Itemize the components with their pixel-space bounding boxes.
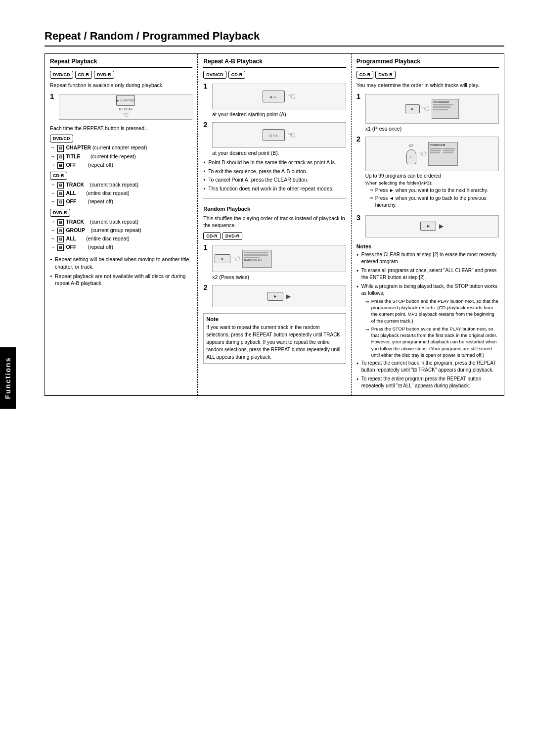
col3-intro: You may determine the order in which tra… — [356, 82, 499, 89]
col3-note2: To erase all programs at once, select "A… — [356, 267, 499, 281]
col2-random-step1-num: 1 — [203, 243, 211, 251]
col1-cdr-group: CD-R → ⊟ TRACK (current track repeat) → … — [50, 172, 192, 206]
col3-device-icons: CD-R DVD-R — [356, 71, 499, 79]
col1-dvdcd-group: DVD/CD → ⊟ CHAPTER (current chapter repe… — [50, 135, 192, 169]
col3-step1-num: 1 — [356, 92, 364, 100]
col3-step3-row: 3 ▶ ▶ — [356, 213, 499, 239]
col1-track2-item: → ⊟ TRACK (current track repeat) — [50, 218, 192, 226]
col2-note-header: Note — [206, 316, 343, 322]
col1-all2-item: → ⊟ ALL (entire disc repeat) — [50, 235, 192, 242]
col1-icon-cdr: CD-R — [75, 71, 92, 79]
col3-note3-label: While a program is being played back, th… — [361, 284, 497, 296]
col1-step1-num: 1 — [50, 92, 58, 100]
col3-notes-section: Notes Press the CLEAR button at step [2]… — [356, 243, 499, 390]
col1-note2: Repeat playback are not available with a… — [50, 273, 192, 287]
functions-tab: Functions — [0, 347, 16, 409]
col3-header: Programmed Playback — [356, 58, 499, 68]
col1-off3-item: → ⊟ OFF (repeat off) — [50, 243, 192, 251]
col3-step1-diagram: ▶ ☜ PROGRAM — [365, 94, 499, 124]
col2-note-body: If you want to repeat the current track … — [206, 324, 343, 361]
col1-icon-dvdr: DVD-R — [94, 71, 114, 79]
col2-random-step2-num: 2 — [203, 283, 211, 291]
col2-step1-caption: at your desired starting point (A). — [212, 111, 346, 117]
col3-note5: To repeat the entire program press the R… — [356, 376, 499, 389]
col1-each-time: Each time the REPEAT button is pressed..… — [50, 125, 192, 132]
col1-step1-row: 1 ▶ CHAPTER REPEAT ☜ — [50, 92, 192, 122]
col2-bullet2: To exit the sequence, press the A-B butt… — [203, 168, 346, 175]
col3-note3a: Press the STOP button and the PLAY butto… — [365, 298, 499, 324]
col-repeat-playback: Repeat Playback DVD/CD CD-R DVD-R Repeat… — [45, 54, 198, 395]
col3-note3-sub: Press the STOP button and the PLAY butto… — [365, 298, 499, 359]
col1-icon-dvdcd: DVD/CD — [50, 71, 73, 79]
col2-step2-row: 2 ⊟ A-B ☜ at your desired end point — [203, 120, 346, 156]
col2-step2-diagram: ⊟ A-B ☜ — [212, 122, 346, 148]
col-repeat-ab: Repeat A-B Playback DVD/CD CD-R 1 ▶ A- — [198, 54, 351, 395]
col3-step2-row: 2 or ↑↓ ☜ — [356, 135, 499, 210]
col1-note1: Repeat setting will be cleared when movi… — [50, 256, 192, 270]
col1-dvdr-group: DVD-R → ⊟ TRACK (current track repeat) →… — [50, 209, 192, 251]
col2-random-step2-row: 2 ▶ ▶ — [203, 283, 346, 309]
col3-mp3-forward: Press ► when you want to go to the next … — [369, 187, 499, 194]
col1-notes: Repeat setting will be cleared when movi… — [50, 256, 192, 287]
col3-step1-caption: x1 (Press once) — [365, 126, 499, 132]
col1-intro: Repeat function is available only during… — [50, 82, 192, 89]
col3-step2-caption: Up to 99 programs can be ordered — [365, 173, 499, 179]
col1-step1-diagram: ▶ CHAPTER REPEAT ☜ — [59, 94, 192, 120]
col3-notes-header: Notes — [356, 243, 499, 249]
col3-step3-diagram: ▶ ▶ — [365, 215, 499, 237]
col1-device-icons: DVD/CD CD-R DVD-R — [50, 71, 192, 79]
col2-step1-row: 1 ▶ A- ☜ at your desired starting p — [203, 82, 346, 117]
col1-cdr-icon2: CD-R — [50, 172, 67, 180]
col1-track1-item: → ⊟ TRACK (current track repeat) — [50, 181, 192, 189]
col3-step2-num: 2 — [356, 135, 364, 143]
col2-random-step1-diagram: ▶ ☜ RANDOM ALL — [212, 245, 346, 272]
col2-random-step2-diagram: ▶ ▶ — [212, 285, 346, 307]
col2-icon-cdr: CD-R — [228, 71, 246, 79]
col1-off2-item: → ⊟ OFF (repeat off) — [50, 198, 192, 205]
col2-random-icon-dvdr: DVD-R — [222, 232, 243, 240]
col3-step2-diagram: or ↑↓ ☜ PROGRAM — [365, 137, 499, 171]
col2-random-step1-caption: x2 (Press twice) — [212, 274, 346, 280]
col2-random-icon-cdr: CD-R — [203, 232, 221, 240]
col1-header: Repeat Playback — [50, 58, 192, 68]
col-programmed: Programmed Playback CD-R DVD-R You may d… — [352, 54, 504, 395]
col2-step2-caption: at your desired end point (B). — [212, 150, 346, 156]
columns-wrapper: Repeat Playback DVD/CD CD-R DVD-R Repeat… — [44, 53, 504, 396]
page: Functions Repeat / Random / Programmed P… — [0, 0, 534, 756]
col1-off1-item: → ⊟ OFF (repeat off) — [50, 161, 192, 169]
col2-bullet1: Point B should be in the same title or t… — [203, 159, 346, 166]
col2-random-section: Random Playback This shuffles the playin… — [203, 198, 346, 364]
col2-note-block: Note If you want to repeat the current t… — [203, 313, 346, 364]
col2-random-header: Random Playback — [203, 206, 346, 213]
col3-note1: Press the CLEAR button at step [2] to er… — [356, 251, 499, 265]
col3-mp3-list: Press ► when you want to go to the next … — [369, 187, 499, 209]
col2-bullets: Point B should be in the same title or t… — [203, 159, 346, 192]
col3-icon-dvdr: DVD-R — [375, 71, 396, 79]
col2-step1-num: 1 — [203, 82, 211, 90]
col2-bullet3: To cancel Point A, press the CLEAR butto… — [203, 176, 346, 184]
col1-dvdr-icon2: DVD-R — [50, 209, 70, 217]
col1-all1-item: → ⊟ ALL (entire disc repeat) — [50, 189, 192, 197]
col3-note3-item: While a program is being played back, th… — [356, 283, 499, 359]
col3-note4: To repeat the current track in the progr… — [356, 360, 499, 374]
col2-device-icons: DVD/CD CD-R — [203, 71, 346, 79]
col3-icon-cdr: CD-R — [356, 71, 374, 79]
page-title: Repeat / Random / Programmed Playback — [44, 30, 504, 47]
col1-group-item: → ⊟ GROUP (current group repeat) — [50, 227, 192, 234]
col1-title-item: → ⊟ TITLE (current title repeat) — [50, 153, 192, 160]
col1-chapter-item: → ⊟ CHAPTER (current chapter repeat) — [50, 144, 192, 151]
col2-step2-num: 2 — [203, 120, 211, 129]
col3-mp3-note: When selecting the folder(MP3): — [365, 180, 499, 186]
col2-step1-diagram: ▶ A- ☜ — [212, 84, 346, 109]
col2-random-intro: This shuffles the playing order of track… — [203, 215, 346, 229]
col3-step1-row: 1 ▶ ☜ PROGRAM — [356, 92, 499, 132]
col2-header: Repeat A-B Playback — [203, 58, 346, 68]
col2-random-step1-row: 1 ▶ ☜ — [203, 243, 346, 280]
col1-dvdcd-icon: DVD/CD — [50, 135, 73, 142]
col2-icon-dvdcd: DVD/CD — [203, 71, 226, 79]
col3-notes-list: Press the CLEAR button at step [2] to er… — [356, 251, 499, 390]
col3-step3-num: 3 — [356, 213, 364, 222]
col2-bullet4: This function does not work in the other… — [203, 185, 346, 192]
col3-note3b: Press the STOP button twice and the PLAY… — [365, 326, 499, 358]
col2-random-icons: CD-R DVD-R — [203, 232, 346, 240]
